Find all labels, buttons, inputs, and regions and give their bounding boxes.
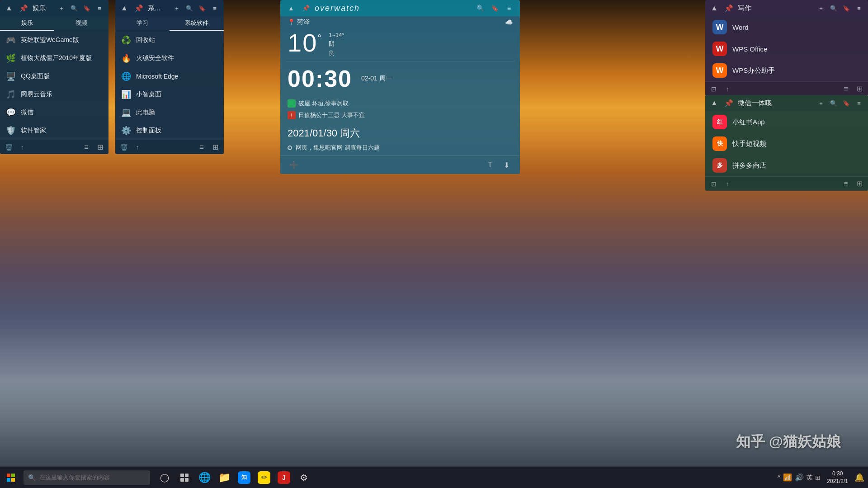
panel-xi-list-view-icon[interactable]: ≡ <box>197 142 207 152</box>
tab-yule-video[interactable]: 视频 <box>54 16 108 31</box>
jira-taskbar-button[interactable]: J <box>275 469 293 487</box>
settings-taskbar-button[interactable]: ⚙ <box>295 469 313 487</box>
app-item-kuaishou[interactable]: 快 快手短视频 <box>705 133 868 155</box>
panel-weixin-bookmark-icon[interactable]: 🔖 <box>841 98 852 108</box>
app-label-xi-2: Microsoft Edge <box>136 73 178 80</box>
ow-add-icon[interactable]: ➕ <box>288 159 300 171</box>
list-item-yule-1[interactable]: 🌿 植物大战僵尸2010年度版 <box>0 49 108 67</box>
tab-yule-yule[interactable]: 娱乐 <box>0 16 54 31</box>
panel-xiezuo-grid-view-icon[interactable]: ⊞ <box>854 84 864 94</box>
search-input[interactable] <box>39 474 146 481</box>
show-hidden-icon[interactable]: ^ <box>778 474 781 481</box>
zhihu-taskbar-button[interactable]: 知 <box>235 469 253 487</box>
panel-xi-grid-view-icon[interactable]: ⊞ <box>210 142 220 152</box>
panel-weixin-collapse-icon[interactable]: ▲ <box>709 99 720 107</box>
panel-yule-pin-icon[interactable]: 📌 <box>17 4 30 13</box>
keyboard-icon[interactable]: ⊞ <box>815 474 821 481</box>
panel-yule-grid-view-icon[interactable]: ⊞ <box>95 142 105 152</box>
panel-yule-bookmark-icon[interactable]: 🔖 <box>81 3 92 14</box>
svg-rect-1 <box>11 474 15 477</box>
list-item-xi-0[interactable]: ♻️ 回收站 <box>115 31 224 49</box>
ow-menu-icon[interactable]: ≡ <box>504 3 514 14</box>
tab-xi-study[interactable]: 学习 <box>115 16 170 31</box>
notification-icon[interactable]: 🔔 <box>854 473 864 483</box>
ow-pin-icon[interactable]: 📌 <box>300 3 311 14</box>
app-label-yule-5: 软件管家 <box>21 127 46 135</box>
ow-text-icon[interactable]: T <box>484 159 496 171</box>
panel-xi-trash-icon[interactable]: 🗑️ <box>119 142 129 152</box>
app-item-wps2[interactable]: W WPS办公助手 <box>705 60 868 81</box>
start-button[interactable] <box>0 467 22 488</box>
system-clock[interactable]: 0:30 2021/2/1 <box>827 470 848 485</box>
list-item-xi-2[interactable]: 🌐 Microsoft Edge <box>115 67 224 85</box>
app-item-word[interactable]: W Word <box>705 16 868 38</box>
panel-xiezuo-add-icon[interactable]: + <box>816 3 826 14</box>
tab-xi-system[interactable]: 系统软件 <box>170 16 224 31</box>
list-item-xi-5[interactable]: ⚙️ 控制面板 <box>115 122 224 140</box>
panel-xiezuo-collapse-icon[interactable]: ▲ <box>709 4 720 12</box>
ow-search-icon[interactable]: 🔍 <box>475 3 486 14</box>
input-method-icon[interactable]: 英 <box>807 474 812 482</box>
panel-weixin-trash-icon[interactable]: ⊡ <box>709 179 719 189</box>
panel-xiezuo-menu-icon[interactable]: ≡ <box>854 3 864 14</box>
panel-xi-pin-icon[interactable]: 📌 <box>132 4 145 13</box>
panel-yule-add-icon[interactable]: + <box>56 3 67 14</box>
panel-xiezuo-list-view-icon[interactable]: ≡ <box>841 84 851 94</box>
app-icon-xi-1: 🔥 <box>121 53 132 64</box>
panel-weixin-up-icon[interactable]: ↑ <box>722 179 732 189</box>
edge-taskbar-button[interactable]: 🌐 <box>195 469 213 487</box>
pdd-app-label: 拼多多商店 <box>732 161 766 170</box>
panel-yule-list-view-icon[interactable]: ≡ <box>81 142 91 152</box>
ow-collapse-icon[interactable]: ▲ <box>286 3 297 14</box>
list-item-yule-0[interactable]: 🎮 英雄联盟WeGame版 <box>0 31 108 49</box>
pdd-app-icon: 多 <box>712 158 727 173</box>
panel-yule-trash-icon[interactable]: 🗑️ <box>4 142 14 152</box>
panel-xi-bookmark-icon[interactable]: 🔖 <box>197 3 208 14</box>
date-section: 2021/01/30 周六 <box>280 123 520 142</box>
panel-xiezuo-pin-icon[interactable]: 📌 <box>722 4 735 13</box>
network-icon[interactable]: 📶 <box>783 473 792 482</box>
panel-weixin-pin-icon[interactable]: 📌 <box>722 99 735 108</box>
list-item-xi-4[interactable]: 💻 此电脑 <box>115 103 224 122</box>
wps2-app-icon: W <box>712 63 727 78</box>
volume-icon[interactable]: 🔊 <box>795 473 804 482</box>
panel-overwatch: ▲ 📌 overwatch 🔍 🔖 ≡ 📍 菏泽 ☁️ 10 ° 1~14° 阴… <box>280 0 520 174</box>
file-explorer-button[interactable]: 📁 <box>215 469 233 487</box>
panel-weixin-search-icon[interactable]: 🔍 <box>828 98 839 108</box>
panel-yule-search-icon[interactable]: 🔍 <box>69 3 80 14</box>
ow-filter-icon[interactable]: ⬇ <box>500 159 513 171</box>
list-item-yule-2[interactable]: 🖥️ QQ桌面版 <box>0 67 108 85</box>
panel-xi-title: 系... <box>148 4 169 13</box>
app-item-wps[interactable]: W WPS Office <box>705 38 868 60</box>
panel-xi-menu-icon[interactable]: ≡ <box>209 3 220 14</box>
list-item-xi-1[interactable]: 🔥 火绒安全软件 <box>115 49 224 67</box>
app-item-xhs[interactable]: 红 小红书App <box>705 111 868 133</box>
app-item-pdd[interactable]: 多 拼多多商店 <box>705 155 868 176</box>
panel-yule-collapse-icon[interactable]: ▲ <box>4 4 14 12</box>
panel-xiezuo-bookmark-icon[interactable]: 🔖 <box>841 3 852 14</box>
panel-yule-menu-icon[interactable]: ≡ <box>94 3 105 14</box>
note-taskbar-button[interactable]: ✏ <box>255 469 273 487</box>
panel-xi-up-icon[interactable]: ↑ <box>132 142 142 152</box>
panel-weixin-list-view-icon[interactable]: ≡ <box>841 179 851 189</box>
panel-xiezuo-search-icon[interactable]: 🔍 <box>828 3 839 14</box>
list-item-xi-3[interactable]: 📊 小智桌面 <box>115 85 224 103</box>
panel-xi-search-icon[interactable]: 🔍 <box>184 3 195 14</box>
panel-yule-up-icon[interactable]: ↑ <box>17 142 27 152</box>
panel-xi-add-icon[interactable]: + <box>171 3 182 14</box>
panel-xi-collapse-icon[interactable]: ▲ <box>119 4 130 12</box>
panel-weixin-add-icon[interactable]: + <box>816 98 826 108</box>
list-item-yule-3[interactable]: 🎵 网易云音乐 <box>0 85 108 103</box>
panel-weixin-grid-view-icon[interactable]: ⊞ <box>854 179 864 189</box>
list-item-yule-5[interactable]: 🛡️ 软件管家 <box>0 122 108 140</box>
svg-rect-5 <box>185 474 189 477</box>
list-item-yule-4[interactable]: 💬 微信 <box>0 103 108 122</box>
task-view-button[interactable] <box>175 469 193 487</box>
taskbar-search-bar[interactable]: 🔍 <box>24 470 150 485</box>
panel-xiezuo-trash-icon[interactable]: ⊡ <box>709 84 719 94</box>
ow-bookmark-icon[interactable]: 🔖 <box>489 3 500 14</box>
panel-xiezuo-up-icon[interactable]: ↑ <box>722 84 732 94</box>
cortana-button[interactable]: ◯ <box>156 469 174 487</box>
note-taskbar-icon: ✏ <box>258 471 270 484</box>
panel-weixin-menu-icon[interactable]: ≡ <box>854 98 864 108</box>
